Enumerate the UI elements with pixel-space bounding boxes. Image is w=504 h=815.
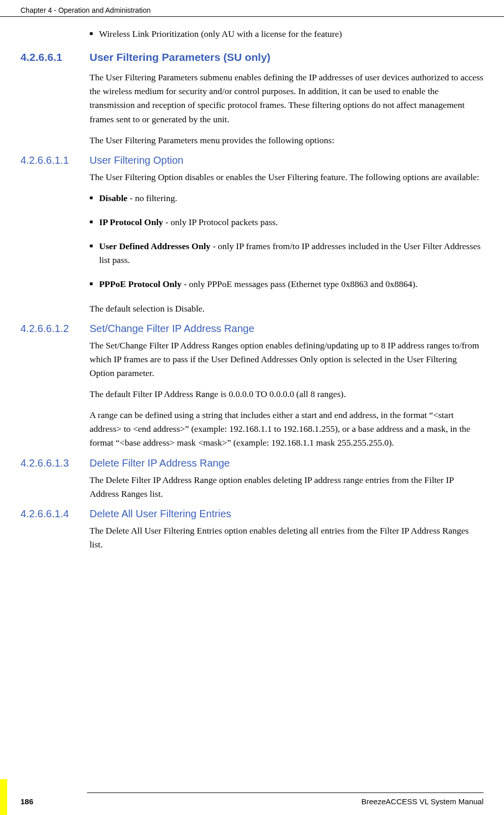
bullet-text: User Defined Addresses Only - only IP fr… [99,239,484,267]
subsection-heading: 4.2.6.6.1.4 Delete All User Filtering En… [20,508,484,520]
bullet-item: ■ PPPoE Protocol Only - only PPPoE messa… [90,277,484,291]
option-desc: - only IP Protocol packets pass. [163,217,278,227]
section-title: Set/Change Filter IP Address Range [90,323,484,335]
bullet-text: IP Protocol Only - only IP Protocol pack… [99,215,278,229]
body-paragraph: The User Filtering Option disables or en… [90,170,484,184]
footer-separator [87,792,484,793]
body-paragraph: A range can be defined using a string th… [90,408,484,450]
section-title: Delete Filter IP Address Range [90,457,484,469]
bullet-item: ■ Disable - no filtering. [90,191,484,205]
option-name: PPPoE Protocol Only [99,279,182,289]
section-title: User Filtering Parameters (SU only) [90,51,484,63]
body-paragraph: The Set/Change Filter IP Address Ranges … [90,339,484,380]
chapter-label: Chapter 4 - Operation and Administration [20,6,150,14]
subsection-heading: 4.2.6.6.1.2 Set/Change Filter IP Address… [20,323,484,335]
body-paragraph: The Delete All User Filtering Entries op… [90,524,484,552]
page-number: 186 [20,797,33,806]
section-number: 4.2.6.6.1.4 [20,508,90,520]
bullet-text: Wireless Link Prioritization (only AU wi… [99,27,342,41]
body-paragraph: The User Filtering Parameters menu provi… [90,134,484,147]
option-name: Disable [99,193,127,203]
bullet-text: Disable - no filtering. [99,191,178,205]
square-bullet-icon: ■ [90,280,93,287]
bullet-item: ■ Wireless Link Prioritization (only AU … [90,27,484,41]
option-name: User Defined Addresses Only [99,241,211,251]
yellow-side-bar [0,779,7,815]
section-title: User Filtering Option [90,155,484,166]
square-bullet-icon: ■ [90,218,93,225]
body-paragraph: The default Filter IP Address Range is 0… [90,387,484,401]
subsection-heading: 4.2.6.6.1.1 User Filtering Option [20,155,484,166]
footer-inner: 186 BreezeACCESS VL System Manual [7,792,504,815]
section-number: 4.2.6.6.1.3 [20,457,90,469]
manual-title: BreezeACCESS VL System Manual [361,797,484,806]
body-paragraph: The Delete Filter IP Address Range optio… [90,473,484,501]
body-paragraph: The default selection is Disable. [90,302,484,316]
section-number: 4.2.6.6.1 [20,51,90,63]
bullet-item: ■ User Defined Addresses Only - only IP … [90,239,484,267]
bullet-text: PPPoE Protocol Only - only PPPoE message… [99,277,418,291]
page-content: ■ Wireless Link Prioritization (only AU … [0,17,504,569]
option-desc: - no filtering. [127,193,177,203]
square-bullet-icon: ■ [90,194,93,201]
option-desc: - only PPPoE messages pass (Ethernet typ… [182,279,418,289]
body-paragraph: The User Filtering Parameters submenu en… [90,71,484,126]
square-bullet-icon: ■ [90,243,93,249]
bullet-item: ■ IP Protocol Only - only IP Protocol pa… [90,215,484,229]
square-bullet-icon: ■ [90,30,93,36]
section-number: 4.2.6.6.1.1 [20,155,90,166]
section-heading: 4.2.6.6.1 User Filtering Parameters (SU … [20,51,484,63]
page-footer: 186 BreezeACCESS VL System Manual [0,779,504,815]
section-title: Delete All User Filtering Entries [90,508,484,520]
section-number: 4.2.6.6.1.2 [20,323,90,335]
footer-row: 186 BreezeACCESS VL System Manual [20,797,484,806]
page-header: Chapter 4 - Operation and Administration [0,0,504,17]
subsection-heading: 4.2.6.6.1.3 Delete Filter IP Address Ran… [20,457,484,469]
option-name: IP Protocol Only [99,217,163,227]
